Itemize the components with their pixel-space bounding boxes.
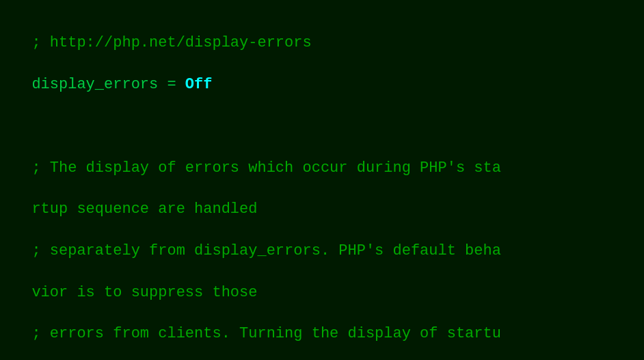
comment-line-3: ; separately from display_errors. PHP's … — [31, 242, 501, 259]
comment-line-2: ; The display of errors which occur duri… — [31, 159, 501, 177]
code-line-display-errors: display_errors = Off — [31, 76, 212, 93]
comment-line-1: ; http://php.net/display-errors — [31, 34, 311, 51]
comment-line-3b: vior is to suppress those — [31, 284, 257, 301]
code-editor: ; http://php.net/display-errors display_… — [14, 12, 630, 360]
comment-line-2b: rtup sequence are handled — [31, 201, 257, 218]
comment-line-4: ; errors from clients. Turning the displ… — [31, 325, 501, 342]
value-off-1: Off — [185, 76, 213, 93]
